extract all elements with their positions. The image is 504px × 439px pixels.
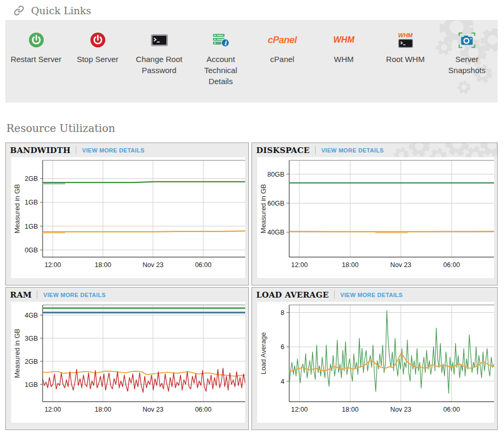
load-average-title: LOAD AVERAGE [256, 290, 329, 300]
quick-link-restart-server[interactable]: Restart Server [5, 30, 67, 103]
svg-text:06:00: 06:00 [195, 261, 211, 269]
quick-links-panel: Restart Server Stop Server Change Root P… [5, 20, 498, 103]
quick-link-label: Server Snapshots [441, 54, 493, 76]
quick-link-label: Change Root Password [134, 54, 185, 76]
diskspace-panel: DISKSPACE VIEW MORE DETAILS 80GB60GB40GB… [251, 142, 498, 285]
svg-text:60GB: 60GB [267, 200, 284, 207]
diskspace-title: DISKSPACE [256, 146, 310, 155]
ram-view-more-link[interactable]: VIEW MORE DETAILS [43, 292, 106, 298]
quick-link-cpanel[interactable]: cPanel cPanel [251, 30, 313, 103]
charts-grid: BANDWIDTH VIEW MORE DETAILS 2GB1GB1GB0GB… [5, 142, 498, 430]
quick-links-title: Quick Links [31, 5, 91, 16]
quick-link-server-snapshots[interactable]: Server Snapshots [436, 30, 498, 103]
bandwidth-title: BANDWIDTH [10, 146, 70, 155]
svg-text:4: 4 [281, 378, 285, 385]
link-icon [14, 5, 24, 16]
quick-link-label: Stop Server [72, 54, 124, 65]
power-restart-icon [5, 30, 67, 50]
load-average-view-more-link[interactable]: VIEW MORE DETAILS [340, 292, 403, 298]
quick-link-account-technical-details[interactable]: i Account Technical Details [190, 30, 251, 103]
svg-text:18:00: 18:00 [342, 261, 359, 269]
svg-text:6: 6 [281, 343, 285, 351]
svg-text:8: 8 [281, 309, 285, 317]
svg-text:80GB: 80GB [267, 171, 284, 178]
server-info-icon: i [190, 30, 251, 50]
svg-text:Measured in GB: Measured in GB [259, 184, 267, 233]
svg-text:12:00: 12:00 [45, 261, 61, 269]
svg-text:18:00: 18:00 [342, 406, 359, 413]
load-average-panel: LOAD AVERAGE VIEW MORE DETAILS 86412:001… [251, 287, 498, 430]
svg-text:4GB: 4GB [25, 312, 38, 319]
svg-text:Nov 23: Nov 23 [390, 261, 411, 269]
svg-text:2GB: 2GB [25, 175, 38, 182]
load-average-chart: 86412:0018:00Nov 2306:00Load Average [257, 302, 494, 423]
header-separator [334, 291, 335, 299]
svg-text:06:00: 06:00 [195, 406, 211, 413]
quick-links-heading: Quick Links [0, 0, 504, 20]
bandwidth-panel: BANDWIDTH VIEW MORE DETAILS 2GB1GB1GB0GB… [5, 142, 249, 285]
ram-title: RAM [10, 290, 32, 300]
svg-text:40GB: 40GB [267, 229, 284, 236]
svg-text:Nov 23: Nov 23 [390, 406, 411, 413]
svg-text:1GB: 1GB [25, 199, 38, 206]
svg-text:Nov 23: Nov 23 [143, 261, 164, 269]
bandwidth-chart: 2GB1GB1GB0GB12:0018:00Nov 2306:00Measure… [11, 157, 245, 278]
diskspace-chart: 80GB60GB40GB12:0018:00Nov 2306:00Measure… [257, 157, 494, 278]
svg-text:3GB: 3GB [25, 335, 38, 342]
quick-link-label: Account Technical Details [195, 54, 247, 87]
svg-text:18:00: 18:00 [95, 261, 111, 269]
svg-text:12:00: 12:00 [291, 406, 308, 413]
terminal-icon [128, 30, 190, 50]
root-whm-icon: WHM [375, 30, 436, 50]
quick-link-change-root-password[interactable]: Change Root Password [128, 30, 190, 103]
quick-link-label: WHM [318, 54, 370, 65]
header-separator [76, 146, 76, 154]
power-stop-icon [67, 30, 128, 50]
quick-link-label: Restart Server [11, 54, 62, 65]
svg-text:Measured in GB: Measured in GB [13, 329, 21, 378]
header-separator [37, 291, 37, 299]
svg-text:Load Average: Load Average [259, 332, 267, 374]
quick-link-root-whm[interactable]: WHM Root WHM [375, 30, 436, 103]
header-separator [315, 146, 316, 154]
svg-text:1GB: 1GB [25, 223, 38, 230]
ram-panel: RAM VIEW MORE DETAILS 4GB3GB2GB1GB12:001… [5, 287, 249, 430]
quick-link-label: cPanel [257, 54, 308, 65]
resource-utilization-heading: Resource Utilization [0, 103, 504, 142]
svg-text:2GB: 2GB [25, 358, 38, 365]
diskspace-view-more-link[interactable]: VIEW MORE DETAILS [321, 147, 384, 154]
svg-text:18:00: 18:00 [95, 406, 111, 413]
quick-link-label: Root WHM [380, 54, 431, 65]
svg-text:Nov 23: Nov 23 [143, 406, 164, 413]
cpanel-logo: cPanel [251, 30, 313, 50]
resource-utilization-title: Resource Utilization [6, 122, 115, 135]
quick-link-stop-server[interactable]: Stop Server [67, 30, 128, 103]
svg-text:1GB: 1GB [25, 381, 38, 389]
bandwidth-view-more-link[interactable]: VIEW MORE DETAILS [82, 147, 145, 154]
svg-text:12:00: 12:00 [45, 406, 61, 413]
whm-logo: WHM [313, 30, 375, 50]
svg-text:Measured in GB: Measured in GB [13, 184, 21, 233]
quick-link-whm[interactable]: WHM WHM [313, 30, 375, 103]
svg-text:06:00: 06:00 [443, 406, 460, 413]
svg-text:12:00: 12:00 [291, 261, 308, 269]
svg-text:0GB: 0GB [25, 247, 38, 254]
svg-text:06:00: 06:00 [443, 261, 460, 269]
ram-chart: 4GB3GB2GB1GB12:0018:00Nov 2306:00Measure… [11, 302, 245, 423]
camera-snapshot-icon [436, 30, 498, 50]
